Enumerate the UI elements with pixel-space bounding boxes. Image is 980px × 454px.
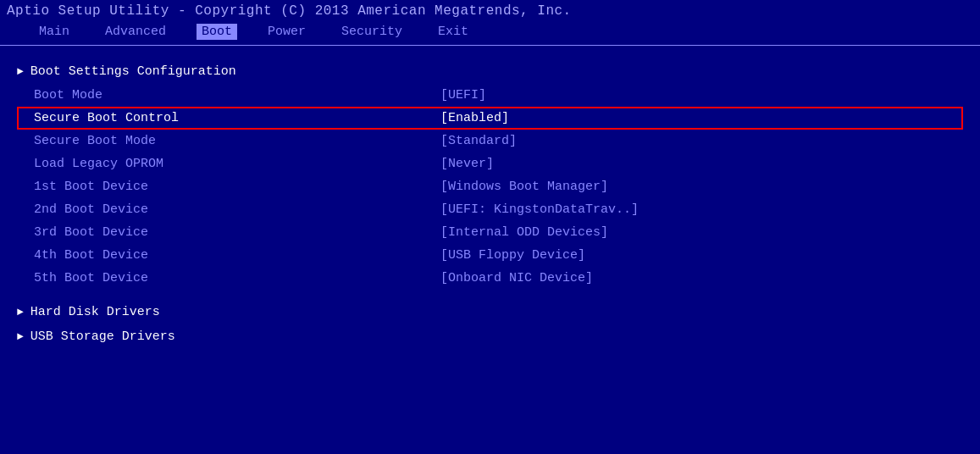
menu-item-power[interactable]: Power [263,24,311,40]
setting-name-load-legacy: Load Legacy OPROM [34,157,440,171]
setting-value-boot-mode: [UEFI] [440,88,486,102]
sub-section-usb-storage-label: USB Storage Drivers [30,329,175,344]
main-content: ► Boot Settings Configuration Boot Mode … [0,49,980,454]
sub-section-hard-disk[interactable]: ► Hard Disk Drivers [17,298,963,323]
menu-item-main[interactable]: Main [34,24,75,40]
setting-name-secure-boot-control: Secure Boot Control [34,111,440,125]
setting-name-secure-boot-mode: Secure Boot Mode [34,134,440,148]
setting-value-load-legacy: [Never] [440,157,494,171]
setting-row-3rd-boot[interactable]: 3rd Boot Device [Internal ODD Devices] [17,221,963,244]
setting-row-load-legacy[interactable]: Load Legacy OPROM [Never] [17,152,963,175]
bios-screen: Aptio Setup Utility - Copyright (C) 2013… [0,0,980,454]
menu-divider [0,45,980,46]
usb-storage-triangle-icon: ► [17,330,24,343]
setting-value-5th-boot: [Onboard NIC Device] [440,271,593,285]
setting-name-boot-mode: Boot Mode [34,88,440,102]
menu-item-security[interactable]: Security [336,24,407,40]
setting-row-secure-boot-control[interactable]: Secure Boot Control [Enabled] [17,107,963,130]
setting-row-1st-boot[interactable]: 1st Boot Device [Windows Boot Manager] [17,175,963,198]
setting-name-4th-boot: 4th Boot Device [34,248,440,263]
title-text: Aptio Setup Utility - Copyright (C) 2013… [7,3,572,19]
setting-value-3rd-boot: [Internal ODD Devices] [440,225,608,240]
setting-value-secure-boot-mode: [Standard] [440,134,517,148]
sub-section-hard-disk-label: Hard Disk Drivers [30,305,160,319]
setting-row-boot-mode[interactable]: Boot Mode [UEFI] [17,84,963,107]
menu-bar: Main Advanced Boot Power Security Exit [0,22,980,42]
setting-name-3rd-boot: 3rd Boot Device [34,225,440,240]
setting-value-4th-boot: [USB Floppy Device] [440,248,585,263]
setting-name-5th-boot: 5th Boot Device [34,271,440,285]
setting-row-2nd-boot[interactable]: 2nd Boot Device [UEFI: KingstonDataTrav.… [17,198,963,221]
setting-row-4th-boot[interactable]: 4th Boot Device [USB Floppy Device] [17,244,963,267]
setting-value-2nd-boot: [UEFI: KingstonDataTrav..] [440,202,639,217]
setting-row-secure-boot-mode[interactable]: Secure Boot Mode [Standard] [17,130,963,152]
section-title: Boot Settings Configuration [30,64,236,79]
menu-item-boot[interactable]: Boot [197,24,237,40]
hard-disk-triangle-icon: ► [17,306,24,318]
setting-value-secure-boot-control: [Enabled] [440,111,509,125]
sub-section-usb-storage[interactable]: ► USB Storage Drivers [17,323,963,347]
section-triangle-icon: ► [17,65,24,78]
setting-row-5th-boot[interactable]: 5th Boot Device [Onboard NIC Device] [17,267,963,290]
menu-item-exit[interactable]: Exit [433,24,473,40]
setting-value-1st-boot: [Windows Boot Manager] [440,180,608,194]
title-bar: Aptio Setup Utility - Copyright (C) 2013… [0,0,980,22]
setting-name-1st-boot: 1st Boot Device [34,180,440,194]
menu-item-advanced[interactable]: Advanced [100,24,171,40]
spacer [17,290,963,298]
section-header: ► Boot Settings Configuration [17,58,963,84]
setting-name-2nd-boot: 2nd Boot Device [34,202,440,217]
